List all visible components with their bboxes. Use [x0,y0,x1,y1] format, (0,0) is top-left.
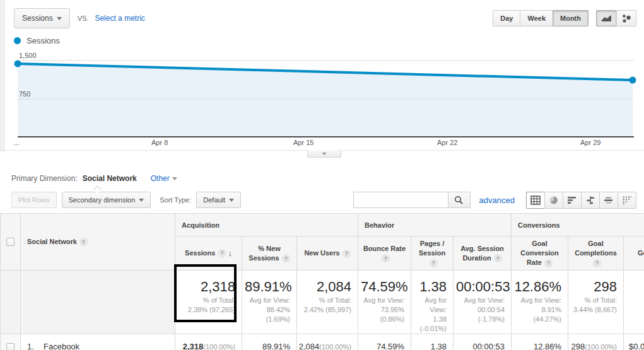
select-a-metric-link[interactable]: Select a metric [95,14,144,23]
cell-new-sessions: 89.91% [242,334,297,350]
granularity-day-button[interactable]: Day [493,10,520,26]
search-input[interactable] [353,192,448,208]
pivot-view-icon [622,195,632,205]
column-header-sessions[interactable]: Sessions?↓ [175,236,242,271]
total-subtext: Avg for View:8.91%(44.27%) [514,296,561,324]
granularity-month-button[interactable]: Month [553,10,588,26]
cell-value: 2,318 [183,342,204,350]
other-label: Other [151,174,170,183]
x-tick-ellipsis: ... [14,139,20,146]
table-view-button[interactable] [526,192,544,209]
column-header-session-duration[interactable]: Avg. Session Duration? [454,236,512,271]
total-value: 298 [571,279,617,295]
series-legend-label: Sessions [26,36,60,45]
column-header-new-users[interactable]: New Users? [297,236,358,271]
sort-type-value: Default [203,196,225,204]
help-icon[interactable]: ? [593,259,601,267]
chart-legend: Sessions [0,33,644,48]
column-label: Go [638,249,644,257]
cell-sessions: 2,318(100.00%) [175,334,242,350]
help-icon[interactable]: ? [382,254,390,262]
x-tick-apr8: Apr 8 [151,139,168,146]
help-icon[interactable]: ? [79,238,88,246]
totals-checkbox-blank [1,271,21,334]
column-label: Bounce Rate [363,245,406,252]
cell-session-duration: 00:00:53 [454,334,512,350]
percentage-view-button[interactable] [544,192,563,209]
secondary-dimension-label: Secondary dimension [69,196,136,204]
x-tick-apr22: Apr 22 [437,139,457,146]
column-header-goal-value-clipped[interactable]: Go [624,236,644,271]
totals-session-duration: 00:00:53Avg for View:00:00:54(-1.78%) [454,271,512,334]
column-header-goal-conversion-rate[interactable]: Goal Conversion Rate? [512,236,568,271]
social-network-name[interactable]: Facebook [44,342,79,350]
totals-new-sessions: 89.91%Avg for View:88.42%(1.69%) [242,271,297,334]
help-icon[interactable]: ? [282,254,290,262]
secondary-dimension-dropdown[interactable]: Secondary dimension [62,192,151,208]
plot-rows-button[interactable]: Plot Rows [11,192,57,208]
total-subtext: % of Total:2.42% (85,997) [300,296,351,315]
row-index: 1. [27,342,44,350]
cell-value: 12.86% [534,342,561,350]
metric-selector-bar: Sessions vs. Select a metric Day Week Mo… [0,0,644,30]
data-point-end[interactable] [629,77,636,84]
totals-new-users: 2,084% of Total:2.42% (85,997) [297,271,358,334]
table-row-facebook[interactable]: 1.Facebook 2,318(100.00%) 89.91% 2,084(1… [1,334,644,350]
view-switcher [526,192,636,209]
total-subtext: % of Total:3.44% (8,667) [571,296,617,315]
total-value: 89.91% [245,279,290,295]
row-checkbox[interactable] [6,343,15,350]
primary-dimension-other-dropdown[interactable]: Other [151,174,177,183]
sort-type-dropdown[interactable]: Default [196,192,241,208]
column-header-goal-completions[interactable]: Goal Completions? [568,236,624,271]
help-icon[interactable]: ? [494,254,502,262]
column-header-pages-session[interactable]: Pages / Session? [411,236,454,271]
motion-chart-button[interactable] [616,10,636,26]
data-point-start[interactable] [15,61,21,67]
search-icon [454,195,464,205]
chart-collapse-tab[interactable] [307,150,341,158]
metric-selector-dropdown[interactable]: Sessions [14,8,70,28]
total-value: 74.59% [361,279,404,295]
series-color-dot [14,37,21,44]
chart-type-toggle [596,10,636,26]
performance-view-button[interactable] [563,192,581,209]
totals-bounce-rate: 74.59%Avg for View:73.95%(0.86%) [358,271,411,334]
cell-value: $0.0 [629,342,644,350]
primary-dimension-social-network[interactable]: Social Network [83,174,137,183]
primary-dimension-bar: Primary Dimension: Social Network Other [0,169,644,188]
table-view-icon [530,195,541,205]
help-icon[interactable]: ? [544,259,553,267]
primary-dimension-label: Primary Dimension: [11,174,78,183]
help-icon[interactable]: ? [342,250,351,258]
total-subtext: % of Total:2.38% (97,265) [178,296,235,315]
granularity-week-button[interactable]: Week [520,10,553,26]
report-table: Social Network? Acquisition Behavior Con… [0,213,644,350]
column-header-bounce-rate[interactable]: Bounce Rate? [358,236,411,271]
chevron-down-icon [57,17,62,20]
total-subtext: Avg for View:88.42%(1.69%) [245,296,290,324]
cell-new-users: 2,084(100.00%) [297,334,358,350]
select-all-cell [1,214,21,271]
total-value: 2,084 [300,279,351,295]
total-value: 2,318 [178,279,235,295]
advanced-search-link[interactable]: advanced [479,195,515,205]
select-all-checkbox[interactable] [6,238,15,246]
term-cloud-view-button[interactable] [599,192,618,209]
column-label: Goal Completions [575,240,617,257]
group-header-row: Social Network? Acquisition Behavior Con… [1,214,644,236]
help-icon[interactable]: ? [218,249,226,257]
dimension-header-cell[interactable]: Social Network? [21,214,175,271]
pivot-view-button[interactable] [618,192,636,209]
x-tick-apr15: Apr 15 [293,139,313,146]
column-header-new-sessions[interactable]: % New Sessions? [242,236,297,271]
sort-descending-icon[interactable]: ↓ [228,248,232,258]
search-button[interactable] [448,192,471,208]
cell-bounce-rate: 74.59% [358,334,411,350]
comparison-view-button[interactable] [581,192,599,209]
line-chart-button[interactable] [596,10,616,26]
line-chart-icon [601,14,612,23]
sort-type-label: Sort Type: [160,196,191,204]
help-icon[interactable]: ? [430,259,438,267]
column-label: Goal Conversion Rate [520,240,559,266]
